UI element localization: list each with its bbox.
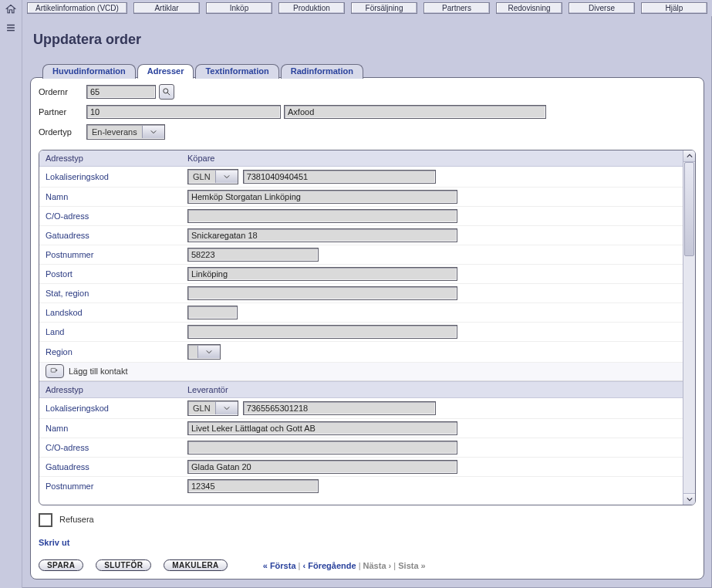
scroll-down-icon[interactable]: [683, 493, 695, 505]
buyer-select-lokkod-type[interactable]: GLN: [187, 169, 238, 184]
supplier-field-postnr[interactable]: 12345: [187, 479, 319, 493]
buyer-field-land[interactable]: [187, 325, 457, 339]
row-ordertyp: Ordertyp En-leverans: [39, 124, 696, 140]
header-adresstyp-label: Adresstyp: [46, 154, 187, 163]
buyer-row-co: C/O-adress: [39, 207, 683, 226]
supplier-field-lokkod[interactable]: 7365565301218: [243, 401, 436, 415]
buyer-row-landskod: Landskod: [39, 303, 683, 323]
menu-partners[interactable]: Partners: [423, 2, 490, 14]
address-sections-body: Adresstyp Köpare Lokaliseringskod GLN 73…: [39, 150, 683, 505]
menu-forsaljning[interactable]: Försäljning: [351, 2, 417, 14]
field-ordernr[interactable]: 65: [86, 85, 156, 99]
buyer-row-region: Region: [39, 342, 683, 363]
buyer-field-lokkod[interactable]: 7381040940451: [243, 170, 436, 184]
buyer-label-co: C/O-adress: [46, 211, 187, 221]
app-window: Artikelinformation (VCD) Artiklar Inköp …: [0, 0, 712, 588]
add-contact-icon: [49, 367, 60, 376]
menu-produktion[interactable]: Produktion: [278, 2, 345, 14]
page-body: Uppdatera order Huvudinformation Adresse…: [22, 16, 712, 588]
menu-diverse[interactable]: Diverse: [569, 2, 635, 14]
add-contact-button[interactable]: [46, 364, 64, 378]
menubar: Artikelinformation (VCD) Artiklar Inköp …: [22, 0, 712, 16]
add-contact-label: Lägg till kontakt: [69, 367, 127, 376]
buyer-row-lokkod: Lokaliseringskod GLN 7381040940451: [39, 167, 683, 188]
refusera-checkbox[interactable]: [39, 513, 52, 527]
scroll-track[interactable]: [683, 162, 695, 493]
buyer-field-namn[interactable]: Hemköp Storgatan Linköping: [187, 190, 457, 204]
chevron-down-icon: [215, 171, 238, 183]
pager-first[interactable]: « Första: [263, 561, 296, 570]
supplier-label-postnr: Postnummer: [46, 482, 187, 491]
supplier-select-lokkod-type[interactable]: GLN: [187, 400, 238, 416]
menu-hjalp[interactable]: Hjälp: [641, 2, 707, 14]
buyer-row-stat: Stat, region: [39, 284, 683, 303]
pager-prev[interactable]: ‹ Föregående: [303, 561, 356, 570]
row-partner: Partner 10 Axfood: [39, 105, 696, 119]
supplier-field-namn[interactable]: Livet Leker Lättlagat och Gott AB: [187, 421, 457, 435]
menu-icon[interactable]: [3, 21, 19, 35]
tabstrip: Huvudinformation Adresser Textinformatio…: [30, 63, 704, 78]
tab-huvudinformation[interactable]: Huvudinformation: [42, 64, 136, 79]
scroll-thumb[interactable]: [684, 162, 694, 256]
section-header-buyer: Adresstyp Köpare: [39, 150, 683, 167]
refusera-row: Refusera: [39, 513, 696, 527]
buyer-label-region: Region: [46, 347, 187, 357]
spara-button[interactable]: SPARA: [39, 559, 83, 571]
buyer-label-lokkod: Lokaliseringskod: [46, 172, 187, 181]
supplier-field-co[interactable]: [187, 441, 457, 455]
buyer-field-stat[interactable]: [187, 286, 457, 300]
menu-redovisning[interactable]: Redovisning: [496, 2, 562, 14]
action-bar: SPARA SLUTFÖR MAKULERA « Första | ‹ Före…: [39, 559, 696, 571]
buyer-label-landskod: Landskod: [46, 308, 187, 317]
field-partner-name[interactable]: Axfood: [284, 105, 546, 119]
buyer-row-land: Land: [39, 323, 683, 342]
buyer-field-postnr[interactable]: 58223: [187, 248, 319, 262]
buyer-label-namn: Namn: [46, 192, 187, 201]
buyer-field-gata[interactable]: Snickaregatan 18: [187, 228, 457, 242]
slutfor-button[interactable]: SLUTFÖR: [96, 559, 151, 571]
buyer-label-stat: Stat, region: [46, 289, 187, 298]
chevron-down-icon: [197, 346, 220, 358]
buyer-row-gata: Gatuadress Snickaregatan 18: [39, 226, 683, 245]
makulera-button[interactable]: MAKULERA: [164, 559, 227, 571]
scrollbar[interactable]: [683, 150, 695, 505]
menu-artikelinfo[interactable]: Artikelinformation (VCD): [27, 2, 127, 14]
select-ordertyp-value: En-leverans: [87, 127, 142, 137]
refusera-label: Refusera: [59, 515, 94, 524]
print-link[interactable]: Skriv ut: [39, 538, 69, 547]
supplier-row-lokkod: Lokaliseringskod GLN 7365565301218: [39, 398, 683, 419]
svg-rect-1: [51, 368, 56, 372]
supplier-row-postnr: Postnummer 12345: [39, 477, 683, 495]
tab-adresser[interactable]: Adresser: [137, 64, 194, 79]
pager-next[interactable]: Nästa ›: [363, 561, 392, 570]
buyer-label-gata: Gatuadress: [46, 231, 187, 240]
buyer-field-postort[interactable]: Linköping: [187, 267, 457, 281]
menu-artiklar[interactable]: Artiklar: [133, 2, 200, 14]
svg-point-0: [164, 89, 168, 93]
supplier-field-gata[interactable]: Glada Gatan 20: [187, 460, 457, 474]
menu-inkop[interactable]: Inköp: [206, 2, 272, 14]
supplier-label-lokkod: Lokaliseringskod: [46, 404, 187, 413]
tab-panel: Ordernr 65 Partner 10 Axfood Ordertyp En…: [30, 77, 704, 580]
select-ordertyp[interactable]: En-leverans: [86, 124, 165, 140]
buyer-select-region[interactable]: [187, 344, 221, 360]
buyer-row-postort: Postort Linköping: [39, 265, 683, 284]
buyer-field-landskod[interactable]: [187, 306, 238, 319]
scroll-up-icon[interactable]: [683, 150, 695, 162]
home-icon[interactable]: [3, 2, 19, 16]
panel-footer: Refusera Skriv ut SPARA SLUTFÖR MAKULERA…: [39, 505, 696, 571]
tab-textinformation[interactable]: Textinformation: [195, 64, 278, 79]
supplier-row-gata: Gatuadress Glada Gatan 20: [39, 458, 683, 477]
field-partner-id[interactable]: 10: [86, 105, 281, 119]
section-header-supplier: Adresstyp Leverantör: [39, 381, 683, 398]
buyer-field-co[interactable]: [187, 209, 457, 223]
tab-radinformation[interactable]: Radinformation: [281, 64, 363, 79]
supplier-label-gata: Gatuadress: [46, 462, 187, 471]
supplier-row-namn: Namn Livet Leker Lättlagat och Gott AB: [39, 419, 683, 438]
pager: « Första | ‹ Föregående | Nästa › | Sist…: [263, 561, 426, 570]
pager-last[interactable]: Sista »: [398, 561, 425, 570]
add-contact-row: Lägg till kontakt: [39, 363, 683, 381]
header-adresstyp-label-2: Adresstyp: [46, 385, 187, 394]
lookup-ordernr-button[interactable]: [159, 84, 174, 100]
address-sections: Adresstyp Köpare Lokaliseringskod GLN 73…: [39, 150, 696, 505]
